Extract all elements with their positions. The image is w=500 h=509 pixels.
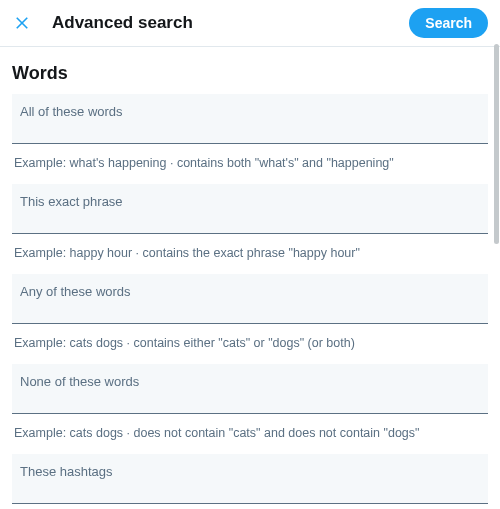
field-none-words: None of these words Example: cats dogs ·… — [0, 364, 500, 454]
field-example: Example: cats dogs · contains either "ca… — [12, 330, 488, 364]
field-example: Example: happy hour · contains the exact… — [12, 240, 488, 274]
hashtags-input[interactable]: These hashtags — [12, 454, 488, 504]
field-label: None of these words — [20, 374, 139, 389]
field-all-words: All of these words Example: what's happe… — [0, 94, 500, 184]
field-example: Example: cats dogs · does not contain "c… — [12, 420, 488, 454]
field-any-words: Any of these words Example: cats dogs · … — [0, 274, 500, 364]
close-icon[interactable] — [12, 13, 32, 33]
field-label: This exact phrase — [20, 194, 123, 209]
all-words-input[interactable]: All of these words — [12, 94, 488, 144]
field-label: Any of these words — [20, 284, 131, 299]
field-label: These hashtags — [20, 464, 113, 479]
section-title-words: Words — [0, 57, 500, 94]
modal-header: Advanced search Search — [0, 0, 500, 47]
content-area: Words All of these words Example: what's… — [0, 47, 500, 509]
field-example: Example: what's happening · contains bot… — [12, 150, 488, 184]
scrollbar-thumb[interactable] — [494, 44, 499, 244]
none-words-input[interactable]: None of these words — [12, 364, 488, 414]
search-button[interactable]: Search — [409, 8, 488, 38]
page-title: Advanced search — [52, 13, 409, 33]
any-words-input[interactable]: Any of these words — [12, 274, 488, 324]
field-exact-phrase: This exact phrase Example: happy hour · … — [0, 184, 500, 274]
field-hashtags: These hashtags Example: #ThrowbackThursd… — [0, 454, 500, 509]
exact-phrase-input[interactable]: This exact phrase — [12, 184, 488, 234]
field-label: All of these words — [20, 104, 123, 119]
